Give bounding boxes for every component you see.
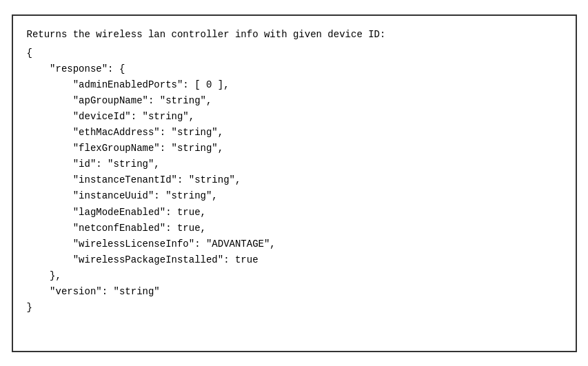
code-line: "netconfEnabled": true, xyxy=(27,221,562,236)
code-line: "response": { xyxy=(27,61,562,77)
code-content: { "response": { "adminEnabledPorts": [ 0… xyxy=(27,45,562,316)
code-line: "flexGroupName": "string", xyxy=(27,141,562,156)
code-line: "wirelessLicenseInfo": "ADVANTAGE", xyxy=(27,236,562,252)
code-line: "lagModeEnabled": true, xyxy=(27,205,562,221)
code-line: "instanceTenantId": "string", xyxy=(27,172,562,188)
description-text: Returns the wireless lan controller info… xyxy=(27,27,562,43)
code-line: "ethMacAddress": "string", xyxy=(27,125,562,141)
code-line: "instanceUuid": "string", xyxy=(27,188,562,204)
code-line: "adminEnabledPorts": [ 0 ], xyxy=(27,77,562,93)
code-line: "deviceId": "string", xyxy=(27,109,562,125)
code-line: } xyxy=(27,300,562,316)
code-line: }, xyxy=(27,268,562,284)
code-line: { xyxy=(27,45,562,61)
code-block: Returns the wireless lan controller info… xyxy=(12,14,577,352)
code-line: "apGroupName": "string", xyxy=(27,93,562,109)
code-line: "wirelessPackageInstalled": true xyxy=(27,252,562,268)
code-line: "version": "string" xyxy=(27,284,562,300)
code-line: "id": "string", xyxy=(27,156,562,172)
